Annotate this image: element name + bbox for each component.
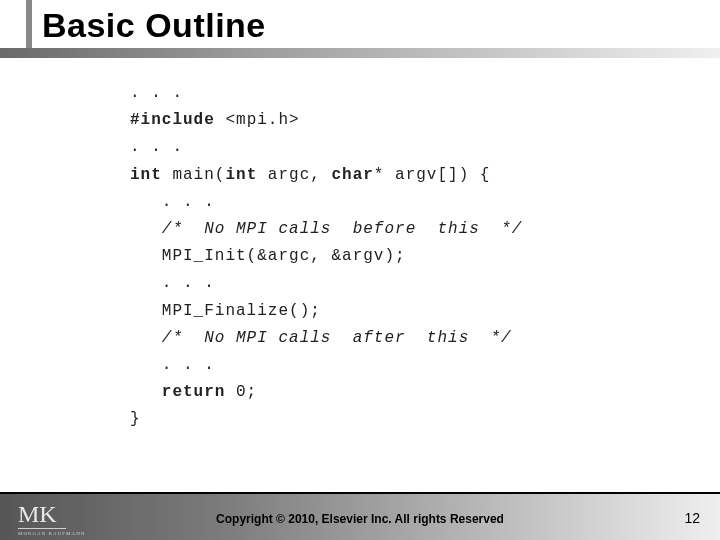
title-vertical-mark xyxy=(26,0,32,52)
code-comment: /* No MPI calls before this */ xyxy=(130,220,522,238)
code-text: * argv[]) { xyxy=(374,166,491,184)
code-text: argc, xyxy=(268,166,332,184)
code-kw: #include xyxy=(130,111,225,129)
title-bar: Basic Outline xyxy=(0,0,720,60)
page-number: 12 xyxy=(684,510,700,526)
code-line: . . . xyxy=(130,138,183,156)
code-line: MPI_Init(&argc, &argv); xyxy=(130,247,406,265)
footer-bar: MK MORGAN KAUFMANN Copyright © 2010, Els… xyxy=(0,494,720,540)
code-kw: return xyxy=(130,383,236,401)
title-underline xyxy=(0,48,720,58)
code-line: . . . xyxy=(130,356,215,374)
code-text: 0; xyxy=(236,383,257,401)
code-line: } xyxy=(130,410,141,428)
code-line: MPI_Finalize(); xyxy=(130,302,321,320)
copyright-text: Copyright © 2010, Elsevier Inc. All righ… xyxy=(0,512,720,526)
code-kw: char xyxy=(331,166,373,184)
code-line: . . . xyxy=(130,193,215,211)
code-text: main( xyxy=(172,166,225,184)
code-comment: /* No MPI calls after this */ xyxy=(130,329,512,347)
code-kw: int xyxy=(225,166,267,184)
slide: Basic Outline . . . #include <mpi.h> . .… xyxy=(0,0,720,540)
logo-underline xyxy=(18,528,66,529)
logo-subtext: MORGAN KAUFMANN xyxy=(18,531,85,536)
slide-title: Basic Outline xyxy=(42,6,720,45)
code-line: . . . xyxy=(130,274,215,292)
code-line: . . . xyxy=(130,84,183,102)
code-block: . . . #include <mpi.h> . . . int main(in… xyxy=(130,80,660,433)
code-kw: int xyxy=(130,166,172,184)
code-text: <mpi.h> xyxy=(225,111,299,129)
